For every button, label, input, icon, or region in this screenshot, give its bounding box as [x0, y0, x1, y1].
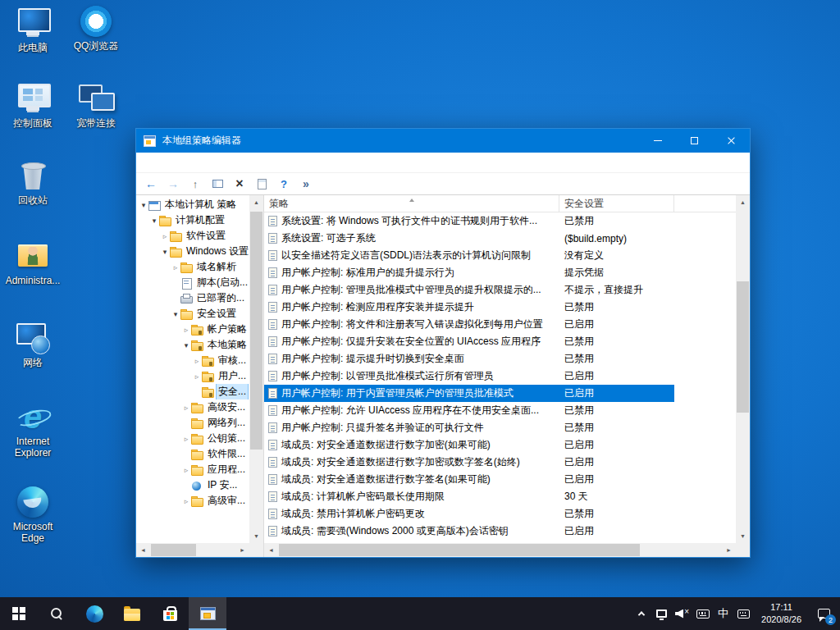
desktop-icon-ie[interactable]: Internet Explorer — [2, 400, 64, 459]
tree-expander-icon[interactable] — [192, 372, 202, 381]
delete-button[interactable] — [229, 175, 250, 194]
desktop[interactable]: 此电脑 QQ浏览器 控制面板 宽带连接 回收站 Administra... 网络… — [0, 0, 840, 630]
tree-expander-icon[interactable] — [160, 248, 170, 256]
scroll-up-icon[interactable] — [736, 195, 750, 209]
policy-row[interactable]: 域成员: 需要强(Windows 2000 或更高版本)会话密钥 已启用 — [264, 523, 736, 540]
policy-row[interactable]: 以安全描述符定义语言(SDDL)语法表示的计算机访问限制 没有定义 — [264, 247, 736, 264]
menu-view[interactable] — [169, 153, 184, 172]
tree-item-security-settings[interactable]: 安全设置 — [136, 306, 249, 322]
tree-item-user-rights[interactable]: 用户... — [136, 368, 249, 384]
close-button[interactable] — [713, 129, 750, 153]
desktop-icon-recycle-bin[interactable]: 回收站 — [2, 159, 64, 206]
scroll-down-icon[interactable] — [249, 529, 263, 543]
tree-expander-icon[interactable] — [171, 263, 180, 272]
policy-row[interactable]: 用户帐户控制: 管理员批准模式中管理员的提升权限提示的... 不提示，直接提升 — [264, 281, 736, 299]
policy-row[interactable]: 用户帐户控制: 用于内置管理员帐户的管理员批准模式 已启用 — [264, 385, 736, 402]
policy-row[interactable]: 用户帐户控制: 只提升签名并验证的可执行文件 已禁用 — [264, 419, 736, 436]
show-console-tree-button[interactable] — [207, 175, 228, 194]
touch-keyboard-button[interactable] — [733, 597, 754, 630]
desktop-icon-qq-browser[interactable]: QQ浏览器 — [65, 5, 127, 52]
desktop-icon-admin-folder[interactable]: Administra... — [2, 240, 64, 286]
tree-item-security-options[interactable]: 安全... — [136, 384, 249, 399]
policy-row[interactable]: 域成员: 对安全通道数据进行数字加密或数字签名(始终) 已启用 — [264, 454, 736, 471]
tree-item-app-control[interactable]: 应用程... — [136, 462, 249, 477]
scroll-right-icon[interactable] — [722, 543, 736, 557]
tree-expander-icon[interactable] — [149, 217, 159, 225]
policy-row[interactable]: 用户帐户控制: 以管理员批准模式运行所有管理员 已启用 — [264, 368, 736, 385]
tree-item-adv-firewall[interactable]: 高级安... — [136, 399, 249, 415]
scroll-up-icon[interactable] — [249, 195, 263, 209]
scrollbar-thumb[interactable] — [250, 212, 262, 450]
policy-row[interactable]: 域成员: 对安全通道数据进行数字加密(如果可能) 已启用 — [264, 436, 736, 454]
notification-center-button[interactable]: 2 — [809, 597, 838, 630]
tree-item-account-policies[interactable]: 帐户策略 — [136, 322, 249, 337]
policy-row[interactable]: 域成员: 对安全通道数据进行数字签名(如果可能) 已启用 — [264, 471, 736, 488]
minimize-button[interactable] — [639, 129, 676, 153]
search-button[interactable] — [38, 597, 75, 630]
policy-row[interactable]: 用户帐户控制: 提示提升时切换到安全桌面 已禁用 — [264, 350, 736, 368]
policy-row[interactable]: 系统设置: 可选子系统 ($build.empty) — [264, 230, 736, 247]
file-explorer-button[interactable] — [113, 597, 151, 630]
menu-action[interactable] — [154, 153, 169, 172]
policy-row[interactable]: 用户帐户控制: 将文件和注册表写入错误虚拟化到每用户位置 已启用 — [264, 316, 736, 333]
list-horizontal-scrollbar[interactable] — [264, 543, 736, 557]
tree-expander-icon[interactable] — [160, 232, 170, 240]
help-button[interactable] — [273, 175, 294, 194]
desktop-icon-control-panel[interactable]: 控制面板 — [2, 82, 64, 129]
desktop-icon-edge[interactable]: Microsoft Edge — [2, 486, 64, 545]
tree-item-adv-audit[interactable]: 高级审... — [136, 493, 249, 509]
tree-expander-icon[interactable] — [181, 435, 191, 443]
hardware-keyboard-button[interactable] — [692, 597, 713, 630]
maximize-button[interactable] — [676, 129, 713, 153]
tree-item-name-resolution[interactable]: 域名解析 — [136, 259, 249, 275]
policy-row[interactable]: 域成员: 计算机帐户密码最长使用期限 30 天 — [264, 488, 736, 505]
back-button[interactable] — [140, 175, 162, 194]
show-hidden-icons-button[interactable] — [631, 597, 651, 630]
title-bar[interactable]: 本地组策略编辑器 — [136, 129, 750, 153]
scroll-right-icon[interactable] — [235, 543, 249, 557]
policy-row[interactable]: 用户帐户控制: 允许 UIAccess 应用程序在不使用安全桌面... 已禁用 — [264, 402, 736, 419]
tree-expander-icon[interactable] — [181, 404, 191, 412]
tree-expander-icon[interactable] — [171, 310, 180, 318]
scrollbar-thumb[interactable] — [151, 544, 196, 556]
store-button[interactable] — [151, 597, 189, 630]
edge-taskbar-button[interactable] — [75, 597, 113, 630]
desktop-icon-broadband[interactable]: 宽带连接 — [65, 82, 127, 129]
desktop-icon-network[interactable]: 网络 — [2, 322, 64, 368]
tree-item-network-list[interactable]: 网络列... — [136, 415, 249, 431]
volume-tray-button[interactable] — [672, 597, 692, 630]
tree-expander-icon[interactable] — [181, 326, 191, 334]
policy-row[interactable]: 用户帐户控制: 标准用户的提升提示行为 提示凭据 — [264, 264, 736, 281]
tree-expander-icon[interactable] — [181, 341, 191, 349]
tree-item-ip-security[interactable]: IP 安... — [136, 477, 249, 493]
export-list-button[interactable] — [295, 175, 317, 194]
policy-row[interactable]: 用户帐户控制: 仅提升安装在安全位置的 UIAccess 应用程序 已禁用 — [264, 333, 736, 350]
up-level-button[interactable] — [185, 175, 206, 194]
list-vertical-scrollbar[interactable] — [736, 195, 750, 543]
tree-horizontal-scrollbar[interactable] — [136, 543, 249, 557]
scroll-left-icon[interactable] — [264, 543, 278, 557]
forward-button[interactable] — [162, 175, 184, 194]
menu-help[interactable] — [184, 153, 199, 172]
scroll-left-icon[interactable] — [136, 543, 150, 557]
tree-expander-icon[interactable] — [192, 357, 202, 365]
tree-item-windows-settings[interactable]: Windows 设置 — [136, 244, 249, 259]
scroll-down-icon[interactable] — [736, 529, 750, 543]
column-header-policy[interactable]: 策略 — [264, 195, 559, 212]
scrollbar-thumb[interactable] — [279, 544, 640, 556]
tree-item-computer-configuration[interactable]: 计算机配置 — [136, 212, 249, 228]
gpedit-taskbar-button[interactable] — [189, 597, 226, 630]
tree-item-software-restriction[interactable]: 软件限... — [136, 446, 249, 462]
tree-expander-icon[interactable] — [139, 201, 148, 209]
tree-item-audit-policy[interactable]: 审核... — [136, 353, 249, 368]
start-button[interactable] — [0, 597, 38, 630]
tree-item-public-key[interactable]: 公钥策... — [136, 431, 249, 446]
policy-row[interactable]: 系统设置: 将 Windows 可执行文件中的证书规则用于软件... 已禁用 — [264, 212, 736, 230]
properties-button[interactable] — [251, 175, 272, 194]
tree-expander-icon[interactable] — [181, 497, 191, 505]
tree-item-scripts[interactable]: 脚本(启动... — [136, 275, 249, 290]
tree-item-local-computer-policy[interactable]: 本地计算机 策略 — [136, 197, 249, 212]
menu-file[interactable] — [139, 153, 154, 172]
tree-item-software-settings[interactable]: 软件设置 — [136, 228, 249, 244]
policy-row[interactable]: 用户帐户控制: 检测应用程序安装并提示提升 已禁用 — [264, 299, 736, 316]
